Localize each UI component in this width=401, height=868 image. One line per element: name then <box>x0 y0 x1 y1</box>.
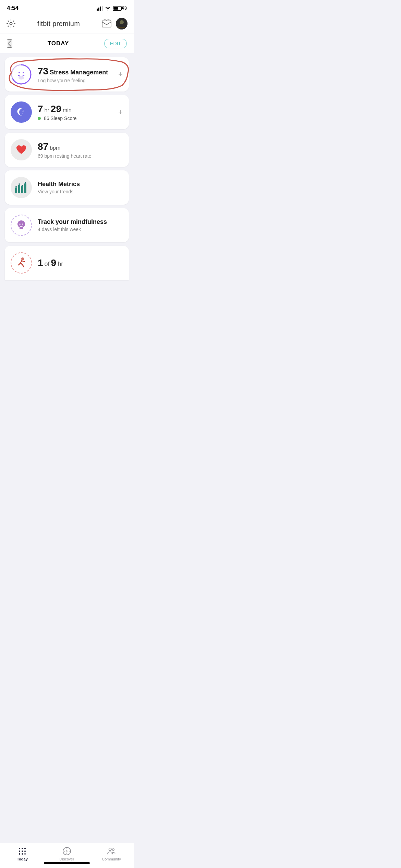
health-metrics-card[interactable]: Health Metrics View your trends <box>5 170 129 205</box>
active-circle-icon <box>11 252 32 274</box>
chevron-left-icon <box>8 40 12 47</box>
mindful-icon-wrap <box>10 214 32 236</box>
svg-point-22 <box>22 185 23 186</box>
stress-score: 73 <box>38 66 48 77</box>
active-total: 9 <box>51 257 57 268</box>
sleep-main: 7 hr 29 min <box>38 104 123 114</box>
svg-rect-19 <box>24 183 26 193</box>
svg-text:z: z <box>22 112 23 114</box>
active-zone-card[interactable]: 1 of 9 hr <box>5 246 129 280</box>
user-avatar[interactable] <box>116 18 127 29</box>
status-bar: 4:54 73 <box>0 0 134 14</box>
heart-rate-card[interactable]: 87 bpm 69 bpm resting heart rate <box>5 133 129 167</box>
battery-level: 73 <box>122 6 127 11</box>
active-zone-icon <box>14 256 28 270</box>
sleep-hours: 7 <box>38 104 43 114</box>
mindfulness-card[interactable]: Track your mindfulness 4 days left this … <box>5 208 129 242</box>
stress-card-wrapper: 73 Stress Management Log how you're feel… <box>5 57 129 92</box>
stress-icon-wrap <box>10 63 32 85</box>
wifi-icon <box>105 6 111 11</box>
sleep-circle-icon: Z z <box>11 101 32 123</box>
svg-rect-18 <box>21 186 23 193</box>
stress-add-icon[interactable]: + <box>118 70 123 79</box>
battery-tip <box>122 7 123 9</box>
signal-icon <box>97 6 103 11</box>
settings-icon[interactable] <box>6 19 16 28</box>
stress-text: 73 Stress Management Log how you're feel… <box>38 66 123 83</box>
svg-point-24 <box>19 224 21 225</box>
status-icons: 73 <box>97 6 127 11</box>
metrics-circle-icon <box>11 177 32 198</box>
svg-point-4 <box>10 23 12 25</box>
metrics-title: Health Metrics <box>38 181 123 188</box>
svg-point-12 <box>23 72 24 73</box>
sleep-score: 86 Sleep Score <box>38 116 123 121</box>
heart-rate-unit: bpm <box>50 145 60 151</box>
battery-container: 73 <box>113 6 127 11</box>
svg-point-7 <box>120 20 124 24</box>
heart-circle-icon <box>11 139 32 160</box>
inbox-icon[interactable] <box>101 19 112 28</box>
mindful-text: Track your mindfulness 4 days left this … <box>38 218 123 232</box>
metrics-subtitle: View your trends <box>38 189 123 194</box>
battery-fill <box>113 7 118 10</box>
svg-rect-17 <box>18 185 20 193</box>
svg-point-23 <box>25 182 26 183</box>
sleep-add-icon[interactable]: + <box>118 108 123 117</box>
active-current: 1 <box>38 257 43 268</box>
top-nav: fitbit premium <box>0 14 134 34</box>
heart-icon-wrap <box>10 139 32 161</box>
svg-point-11 <box>19 72 20 73</box>
sleep-minutes: 29 <box>51 104 61 114</box>
heart-resting: 69 bpm resting heart rate <box>38 153 123 159</box>
mindfulness-icon <box>14 218 28 232</box>
svg-rect-2 <box>100 7 101 11</box>
mindful-title: Track your mindfulness <box>38 218 123 226</box>
page-title: TODAY <box>48 40 69 47</box>
active-icon-wrap <box>10 252 32 274</box>
active-text: 1 of 9 hr <box>38 257 123 268</box>
svg-rect-0 <box>97 9 98 11</box>
stress-management-card[interactable]: 73 Stress Management Log how you're feel… <box>5 57 129 92</box>
svg-rect-5 <box>102 21 111 27</box>
sleep-icon-wrap: Z z <box>10 101 32 123</box>
page-header: TODAY EDIT <box>0 34 134 53</box>
svg-rect-1 <box>98 8 99 11</box>
bar-chart-icon <box>14 181 28 194</box>
svg-point-21 <box>19 183 20 185</box>
mindful-circle-icon <box>11 215 32 236</box>
stress-main: 73 Stress Management <box>38 66 123 77</box>
heart-text: 87 bpm 69 bpm resting heart rate <box>38 141 123 159</box>
svg-point-13 <box>19 76 24 80</box>
stress-subtitle: Log how you're feeling <box>38 78 123 83</box>
svg-rect-16 <box>15 188 17 193</box>
active-main: 1 of 9 hr <box>38 257 123 268</box>
app-title: fitbit premium <box>37 20 80 28</box>
mindful-subtitle: 4 days left this week <box>38 227 123 232</box>
svg-rect-3 <box>102 6 103 11</box>
sleep-hr-unit: hr <box>45 107 49 113</box>
svg-text:Z: Z <box>22 109 24 112</box>
heart-main: 87 bpm <box>38 141 123 152</box>
heart-rate-value: 87 <box>38 141 48 152</box>
svg-point-26 <box>21 257 24 260</box>
nav-right <box>101 18 127 29</box>
sleep-text: 7 hr 29 min 86 Sleep Score <box>38 104 123 121</box>
sleep-card[interactable]: Z z 7 hr 29 min 86 Sleep Score + <box>5 95 129 129</box>
svg-point-25 <box>22 224 23 225</box>
stress-circle-icon <box>10 63 32 85</box>
sleep-dot <box>38 117 41 120</box>
metrics-text: Health Metrics View your trends <box>38 181 123 194</box>
back-button[interactable] <box>7 39 12 48</box>
sleep-score-label: 86 Sleep Score <box>44 116 77 121</box>
metrics-icon-wrap <box>10 177 32 198</box>
sleep-min-unit: min <box>63 107 72 113</box>
active-unit: hr <box>58 261 63 268</box>
moon-z-icon: Z z <box>15 106 27 118</box>
avatar-image <box>116 18 127 29</box>
edit-button[interactable]: EDIT <box>104 39 127 48</box>
content-area: 73 Stress Management Log how you're feel… <box>0 53 134 311</box>
active-of: of <box>45 261 50 268</box>
heart-icon <box>15 144 27 155</box>
battery-body <box>113 6 122 11</box>
